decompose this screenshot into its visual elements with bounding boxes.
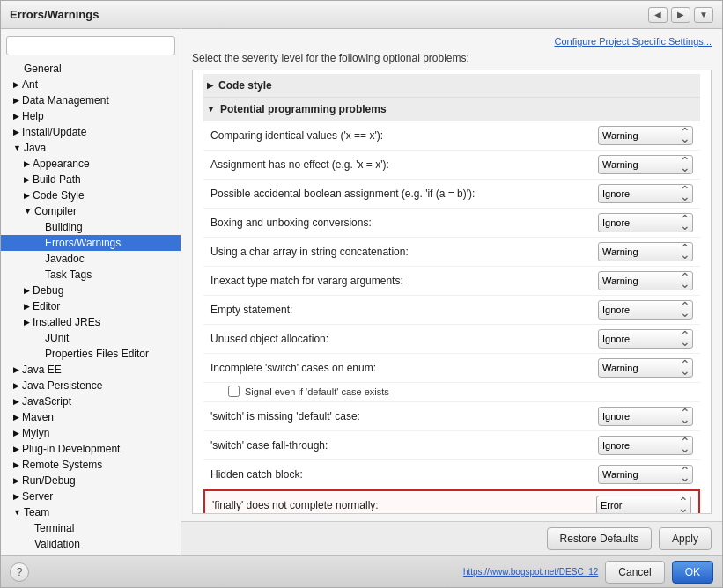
sidebar-item-java-persistence[interactable]: Java Persistence	[1, 378, 181, 393]
search-input[interactable]	[6, 36, 175, 55]
dialog-header: Errors/Warnings ◀ ▶ ▼	[1, 1, 722, 29]
arrow-right-icon	[13, 460, 19, 469]
sidebar-item-label: Editor	[33, 300, 60, 312]
sidebar-item-ant[interactable]: Ant	[1, 77, 181, 92]
sidebar-item-label: Building	[45, 221, 83, 233]
section-header-code-style[interactable]: ▶Code style	[203, 74, 700, 98]
setting-label-switch-missing-default: 'switch' is missing 'default' case:	[210, 410, 598, 423]
nav-back-button[interactable]: ◀	[648, 7, 668, 23]
nav-forward-button[interactable]: ▶	[671, 7, 690, 23]
setting-row-unused-object: Unused object allocation:IgnoreWarningEr…	[203, 325, 700, 354]
sidebar-item-label: Properties Files Editor	[45, 348, 149, 360]
sidebar-item-javascript[interactable]: JavaScript	[1, 393, 181, 409]
sidebar-item-general[interactable]: General	[1, 61, 181, 77]
nav-dropdown-button[interactable]: ▼	[694, 7, 713, 23]
signal-checkbox-row: Signal even if 'default' case exists	[203, 383, 700, 402]
sidebar-tree: GeneralAntData ManagementHelpInstall/Upd…	[1, 61, 181, 555]
arrow-right-icon	[13, 381, 19, 390]
sidebar-item-building[interactable]: Building	[1, 219, 181, 235]
cancel-button[interactable]: Cancel	[605, 561, 664, 584]
help-button[interactable]: ?	[10, 562, 29, 582]
setting-label-unused-object: Unused object allocation:	[210, 333, 598, 345]
sidebar-item-validation[interactable]: Validation	[1, 536, 181, 552]
signal-checkbox[interactable]	[228, 386, 240, 397]
arrow-right-icon	[13, 492, 19, 501]
sidebar-item-editor[interactable]: Editor	[1, 298, 181, 314]
select-wrapper-switch-missing-default: IgnoreWarningError⌃⌄	[598, 407, 693, 426]
sidebar-item-debug[interactable]: Debug	[1, 283, 181, 298]
restore-defaults-button[interactable]: Restore Defaults	[547, 527, 652, 550]
sidebar-item-javadoc[interactable]: Javadoc	[1, 251, 181, 267]
search-box-wrap	[1, 33, 181, 61]
sidebar-item-errors-warnings[interactable]: Errors/Warnings	[1, 235, 181, 251]
sidebar-item-remote-systems[interactable]: Remote Systems	[1, 457, 181, 473]
sidebar-item-installed-jres[interactable]: Installed JREs	[1, 314, 181, 330]
arrow-right-icon	[13, 112, 19, 121]
sidebar-item-label: JavaScript	[22, 395, 71, 408]
setting-select-switch-missing-default[interactable]: IgnoreWarningError	[598, 407, 693, 426]
configure-project-link[interactable]: Configure Project Specific Settings...	[554, 36, 712, 47]
arrow-right-icon	[24, 159, 30, 168]
setting-select-switch-fall-through[interactable]: IgnoreWarningError	[598, 436, 693, 455]
sidebar-item-help[interactable]: Help	[1, 108, 181, 124]
sidebar-item-java[interactable]: Java	[1, 140, 181, 156]
sidebar-item-label: Terminal	[34, 522, 74, 534]
sidebar-item-properties-files-editor[interactable]: Properties Files Editor	[1, 346, 181, 362]
sidebar-item-mylyn[interactable]: Mylyn	[1, 425, 181, 441]
sidebar-item-compiler[interactable]: Compiler	[1, 203, 181, 219]
sidebar-item-server[interactable]: Server	[1, 489, 181, 504]
apply-button[interactable]: Apply	[659, 527, 712, 550]
sidebar-item-junit[interactable]: JUnit	[1, 330, 181, 346]
sidebar-item-appearance[interactable]: Appearance	[1, 156, 181, 172]
setting-select-accidental-boolean[interactable]: IgnoreWarningError	[598, 184, 693, 203]
sidebar-item-run-debug[interactable]: Run/Debug	[1, 473, 181, 489]
select-wrapper-hidden-catch: IgnoreWarningError⌃⌄	[598, 465, 693, 484]
setting-row-comparing-identical: Comparing identical values ('x == x'):Ig…	[203, 121, 700, 151]
section-arrow-icon: ▶	[207, 81, 213, 90]
main-content: Configure Project Specific Settings... S…	[181, 29, 722, 555]
setting-row-switch-missing-default: 'switch' is missing 'default' case:Ignor…	[203, 402, 700, 431]
setting-select-boxing-unboxing[interactable]: IgnoreWarningError	[598, 213, 693, 232]
setting-label-hidden-catch: Hidden catch block:	[210, 468, 598, 481]
sidebar-item-team[interactable]: Team	[1, 504, 181, 520]
setting-select-char-array-concat[interactable]: IgnoreWarningError	[598, 242, 693, 261]
setting-select-finally-complete[interactable]: IgnoreWarningError	[596, 496, 691, 514]
sidebar-item-install-update[interactable]: Install/Update	[1, 124, 181, 140]
sidebar-item-task-tags[interactable]: Task Tags	[1, 267, 181, 283]
setting-select-empty-statement[interactable]: IgnoreWarningError	[598, 300, 693, 320]
setting-label-incomplete-switch: Incomplete 'switch' cases on enum:	[210, 362, 598, 374]
arrow-right-icon	[24, 302, 30, 311]
setting-row-finally-complete: 'finally' does not complete normally:Ign…	[203, 489, 700, 514]
setting-label-comparing-identical: Comparing identical values ('x == x'):	[210, 129, 598, 142]
dialog-title: Errors/Warnings	[10, 8, 99, 21]
sidebar-item-java-ee[interactable]: Java EE	[1, 362, 181, 378]
sidebar-item-data-management[interactable]: Data Management	[1, 92, 181, 108]
setting-select-unused-object[interactable]: IgnoreWarningError	[598, 329, 693, 349]
sidebar-item-label: General	[24, 62, 62, 75]
setting-row-char-array-concat: Using a char array in string concatenati…	[203, 238, 700, 267]
select-wrapper-assignment-no-effect: IgnoreWarningError⌃⌄	[598, 155, 693, 174]
setting-label-empty-statement: Empty statement:	[210, 304, 598, 316]
sidebar-item-maven[interactable]: Maven	[1, 409, 181, 425]
setting-select-hidden-catch[interactable]: IgnoreWarningError	[598, 465, 693, 484]
sidebar-item-label: Build Path	[33, 173, 81, 186]
select-wrapper-empty-statement: IgnoreWarningError⌃⌄	[598, 300, 693, 320]
setting-row-empty-statement: Empty statement:IgnoreWarningError⌃⌄	[203, 296, 700, 325]
setting-row-switch-fall-through: 'switch' case fall-through:IgnoreWarning…	[203, 431, 700, 460]
sidebar-item-plugin-development[interactable]: Plug-in Development	[1, 441, 181, 457]
sidebar-item-build-path[interactable]: Build Path	[1, 172, 181, 187]
footer-link[interactable]: https://www.bogspot.net/DESC_12	[463, 567, 598, 577]
select-wrapper-boxing-unboxing: IgnoreWarningError⌃⌄	[598, 213, 693, 232]
ok-button[interactable]: OK	[672, 561, 713, 584]
setting-select-incomplete-switch[interactable]: IgnoreWarningError	[598, 358, 693, 378]
sidebar-item-label: JUnit	[45, 332, 69, 344]
setting-select-assignment-no-effect[interactable]: IgnoreWarningError	[598, 155, 693, 174]
setting-select-inexact-vararg[interactable]: IgnoreWarningError	[598, 271, 693, 290]
select-wrapper-char-array-concat: IgnoreWarningError⌃⌄	[598, 242, 693, 261]
sidebar-item-code-style[interactable]: Code Style	[1, 187, 181, 203]
dialog-footer: ? https://www.bogspot.net/DESC_12 Cancel…	[1, 555, 722, 587]
setting-select-comparing-identical[interactable]: IgnoreWarningError	[598, 126, 693, 145]
sidebar-item-terminal[interactable]: Terminal	[1, 520, 181, 536]
section-header-potential-programming[interactable]: ▼Potential programming problems	[203, 98, 700, 121]
signal-label: Signal even if 'default' case exists	[245, 386, 389, 397]
